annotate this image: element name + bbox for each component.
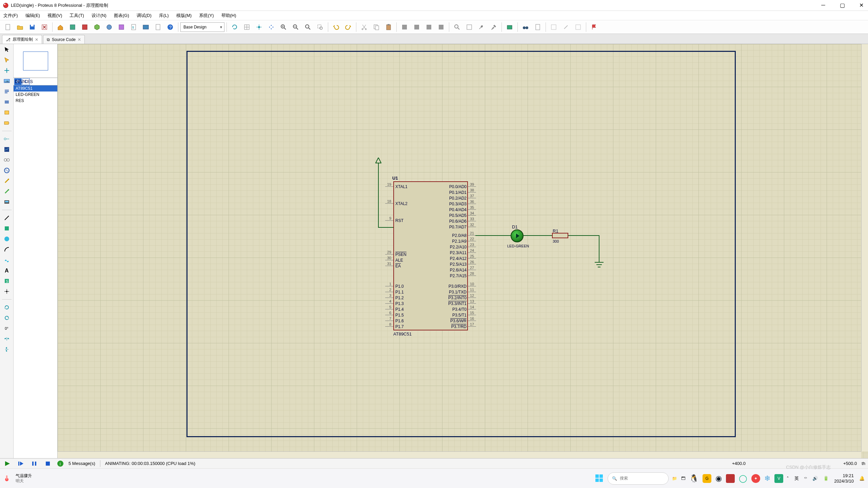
marker-icon[interactable] <box>2 287 12 296</box>
probe-i-icon[interactable] <box>2 187 12 196</box>
code-icon[interactable] <box>140 21 152 33</box>
home-icon[interactable] <box>55 21 66 33</box>
pcb-icon[interactable] <box>79 21 91 33</box>
info-icon[interactable]: i <box>57 460 64 467</box>
hammer-icon[interactable] <box>488 21 499 33</box>
redo-icon[interactable] <box>342 21 354 33</box>
scrollbar-vertical[interactable] <box>861 44 868 451</box>
junction-icon[interactable] <box>2 66 12 75</box>
device-item[interactable]: LED-GREEN <box>14 92 57 98</box>
bom-icon[interactable]: $ <box>128 21 139 33</box>
save-icon[interactable] <box>26 21 38 33</box>
tray-chevron-icon[interactable]: ˄ <box>787 476 789 481</box>
tray-battery-icon[interactable]: 🔋 <box>823 476 829 481</box>
rotate-ccw-icon[interactable] <box>2 314 12 322</box>
taskbar-edge-icon[interactable]: ◯ <box>739 474 747 483</box>
sim-pause-button[interactable] <box>30 460 39 467</box>
text-icon[interactable] <box>2 87 12 96</box>
tool-b-icon[interactable] <box>560 21 572 33</box>
menu-file[interactable]: 文件(F) <box>2 12 19 19</box>
find-icon[interactable] <box>451 21 463 33</box>
taskbar-search[interactable]: 🔍 搜索 <box>608 472 669 485</box>
tray-ime[interactable]: 英 <box>794 475 799 482</box>
label-icon[interactable]: LBL <box>2 77 12 85</box>
flag-icon[interactable] <box>588 21 600 33</box>
menu-view[interactable]: 视图(V) <box>46 12 63 19</box>
graph-icon[interactable] <box>2 145 12 154</box>
schematic-icon[interactable] <box>67 21 78 33</box>
maximize-button[interactable]: ▢ <box>838 2 846 8</box>
taskbar-app-icon[interactable]: G <box>703 474 711 483</box>
close-icon[interactable] <box>39 21 50 33</box>
device-item[interactable]: RES <box>14 98 57 104</box>
design-combo[interactable]: Base Design <box>180 22 224 32</box>
gerber-icon[interactable] <box>103 21 115 33</box>
tab-close-icon[interactable]: ✕ <box>35 37 38 42</box>
new-file-icon[interactable] <box>2 21 14 33</box>
note-icon[interactable] <box>152 21 164 33</box>
help-icon[interactable]: ? <box>164 21 176 33</box>
block-copy-icon[interactable] <box>399 21 410 33</box>
rotate-cw-icon[interactable] <box>2 303 12 311</box>
device-list[interactable]: AT89C51 LED-GREEN RES <box>14 85 57 458</box>
menu-edit[interactable]: 编辑(E) <box>24 12 41 19</box>
start-button[interactable] <box>595 474 604 483</box>
block-delete-icon[interactable] <box>435 21 447 33</box>
sim-play-button[interactable] <box>3 460 12 467</box>
menu-debug[interactable]: 调试(D) <box>135 12 153 19</box>
menu-template[interactable]: 模版(M) <box>175 12 193 19</box>
tray-notifications-icon[interactable]: 🔔 <box>859 476 865 481</box>
led-component[interactable] <box>511 229 524 242</box>
block-rotate-icon[interactable] <box>423 21 435 33</box>
subcircuit-icon[interactable] <box>2 108 12 117</box>
box-2d-icon[interactable] <box>2 224 12 232</box>
text-2d-icon[interactable]: A <box>2 266 12 274</box>
canvas-area[interactable]: U1 AT89C51 19XTAL118XTAL29RST 29PSEN30AL… <box>58 44 868 458</box>
zoom-area-icon[interactable] <box>314 21 326 33</box>
minimize-button[interactable]: ─ <box>819 2 827 8</box>
taskbar-app-icon[interactable]: V <box>774 474 783 483</box>
taskbar-steam-icon[interactable]: ◉ <box>715 474 722 483</box>
copy-icon[interactable] <box>371 21 382 33</box>
scrollbar-horizontal[interactable] <box>58 451 861 458</box>
selection-icon[interactable] <box>2 45 12 54</box>
3d-icon[interactable] <box>91 21 103 33</box>
tape-icon[interactable] <box>2 156 12 164</box>
instrument-icon[interactable] <box>2 198 12 206</box>
resistor-component[interactable] <box>552 233 568 238</box>
explorer-icon[interactable] <box>116 21 127 33</box>
block-move-icon[interactable] <box>411 21 422 33</box>
zoom-out-icon[interactable] <box>290 21 301 33</box>
status-messages[interactable]: 5 Message(s) <box>68 461 95 466</box>
menu-tools[interactable]: 工具(T) <box>68 12 85 19</box>
taskbar-app-icon[interactable]: 📁 <box>672 476 677 481</box>
tab-source-code[interactable]: ⧉ Source Code ✕ <box>43 35 85 44</box>
paste-icon[interactable] <box>383 21 394 33</box>
taskbar-app-icon[interactable]: ❄ <box>764 474 770 483</box>
tray-volume-icon[interactable]: 🔊 <box>812 476 818 481</box>
overview-pane[interactable] <box>14 44 57 78</box>
undo-icon[interactable] <box>330 21 342 33</box>
refresh-icon[interactable] <box>229 21 240 33</box>
menu-help[interactable]: 帮助(H) <box>220 12 238 19</box>
tab-close-icon[interactable]: ✕ <box>78 37 81 42</box>
probe-v-icon[interactable] <box>2 177 12 185</box>
wrench-icon[interactable] <box>476 21 487 33</box>
component-icon[interactable] <box>2 56 12 64</box>
cut-icon[interactable] <box>358 21 370 33</box>
tray-wifi-icon[interactable]: ⌔ <box>804 476 807 481</box>
mirror-v-icon[interactable] <box>2 345 12 353</box>
circle-2d-icon[interactable] <box>2 235 12 243</box>
taskbar-app-icon[interactable] <box>726 474 735 483</box>
zoom-in-icon[interactable] <box>278 21 289 33</box>
symbol-2d-icon[interactable]: S <box>2 277 12 285</box>
close-button[interactable]: ✕ <box>857 2 865 8</box>
device-item[interactable]: AT89C51 <box>14 85 57 92</box>
mirror-h-icon[interactable] <box>2 335 12 343</box>
arc-2d-icon[interactable] <box>2 245 12 253</box>
pan-icon[interactable] <box>265 21 277 33</box>
report-icon[interactable] <box>532 21 544 33</box>
sim-step-button[interactable] <box>16 460 25 467</box>
line-2d-icon[interactable] <box>2 214 12 222</box>
tool-a-icon[interactable] <box>548 21 559 33</box>
